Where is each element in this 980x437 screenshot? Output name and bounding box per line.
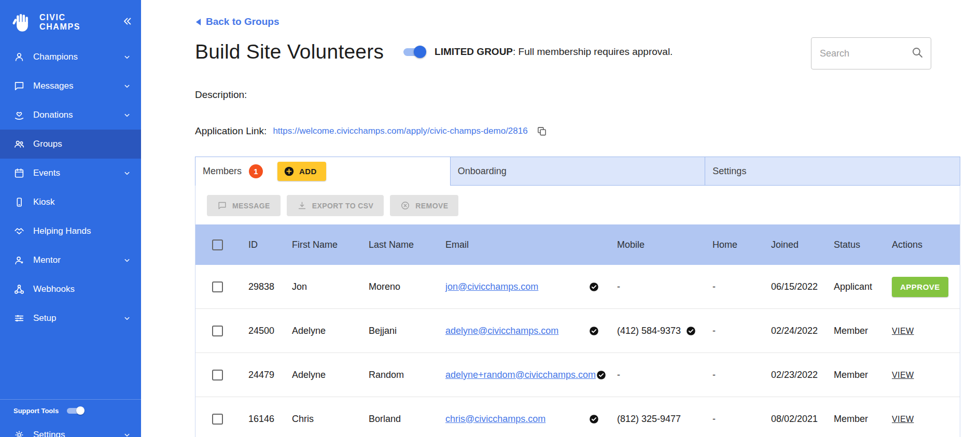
tab-onboarding-label: Onboarding (458, 166, 507, 177)
kiosk-icon (13, 196, 25, 208)
add-button-label: ADD (299, 167, 317, 176)
table-row: 16146 Chris Borland chris@civicchamps.co… (195, 397, 960, 437)
description-row: Description: (195, 89, 960, 102)
row-checkbox[interactable] (212, 281, 223, 292)
sidebar-item-label: Groups (33, 139, 132, 149)
limited-group-description: : Full membership requires approval. (513, 46, 673, 57)
search-box[interactable] (811, 37, 931, 69)
column-header-mobile: Mobile (608, 224, 703, 265)
back-to-groups-link[interactable]: Back to Groups (195, 16, 279, 28)
toggle-knob (76, 406, 85, 415)
tab-onboarding[interactable]: Onboarding (451, 157, 706, 186)
email-link[interactable]: chris@civicchamps.com (445, 414, 545, 425)
cell-joined: 02/23/2022 (762, 353, 824, 397)
search-icon[interactable] (911, 46, 923, 61)
sidebar-item-setup[interactable]: Setup (0, 304, 141, 333)
message-icon (217, 201, 227, 210)
email-link[interactable]: adelyne+random@civicchamps.com (445, 370, 596, 380)
back-link-label: Back to Groups (206, 16, 279, 27)
sidebar-item-label: Events (33, 168, 114, 178)
sidebar-item-settings[interactable]: Settings (0, 420, 141, 437)
chevron-down-icon (122, 110, 132, 120)
verified-badge-icon (589, 281, 599, 292)
sidebar-item-webhooks[interactable]: Webhooks (0, 275, 141, 304)
support-tools-row: Support Tools (0, 400, 141, 420)
cell-status: Member (824, 397, 883, 437)
sidebar-item-champions[interactable]: Champions (0, 43, 141, 72)
verified-badge-icon (685, 326, 696, 336)
tabs: Members 1 ADD Onboarding Settings (195, 157, 960, 186)
limited-group-label: LIMITED GROUP (435, 46, 513, 57)
sidebar-item-donations[interactable]: Donations (0, 101, 141, 130)
export-to-csv-button[interactable]: EXPORT TO CSV (287, 195, 384, 216)
email-link[interactable]: jon@civicchamps.com (445, 281, 538, 292)
description-label: Description: (195, 89, 247, 100)
tab-members[interactable]: Members 1 ADD (195, 157, 451, 186)
civic-champs-hand-logo-icon (10, 10, 34, 34)
cell-joined: 06/15/2022 (762, 265, 824, 309)
cell-joined: 08/02/2021 (762, 397, 824, 437)
sidebar-item-messages[interactable]: Messages (0, 72, 141, 101)
column-header-status: Status (824, 224, 883, 265)
add-member-button[interactable]: ADD (277, 162, 326, 181)
application-link-label: Application Link: (195, 125, 267, 137)
sidebar-item-label: Helping Hands (33, 226, 132, 236)
table-row: 29838 Jon Moreno jon@civicchamps.com - -… (195, 265, 960, 309)
sidebar-item-label: Mentor (33, 255, 114, 265)
view-link[interactable]: VIEW (892, 371, 914, 379)
cell-status: Applicant (824, 265, 883, 309)
sidebar-item-events[interactable]: Events (0, 159, 141, 188)
webhooks-icon (13, 284, 25, 295)
sidebar-item-label: Champions (33, 52, 114, 62)
support-tools-label: Support Tools (13, 407, 59, 415)
remove-button-label: REMOVE (415, 202, 448, 210)
row-checkbox[interactable] (212, 414, 223, 425)
groups-icon (13, 138, 25, 150)
row-checkbox[interactable] (212, 370, 223, 380)
sidebar-item-mentor[interactable]: Mentor (0, 246, 141, 275)
chevron-down-icon (122, 256, 132, 265)
cell-last-name: Borland (359, 397, 436, 437)
logo-text-line2: CHAMPS (39, 22, 80, 32)
search-input[interactable] (820, 48, 911, 59)
sidebar-item-helping-hands[interactable]: Helping Hands (0, 217, 141, 246)
table-row: 24479 Adelyne Random adelyne+random@civi… (195, 353, 960, 397)
sidebar-item-kiosk[interactable]: Kiosk (0, 188, 141, 217)
main-content: Back to Groups Build Site Volunteers LIM… (141, 0, 980, 437)
message-button[interactable]: MESSAGE (207, 195, 281, 216)
cell-id: 16146 (239, 397, 283, 437)
select-all-checkbox[interactable] (212, 239, 223, 250)
chevron-down-icon (122, 81, 132, 91)
cell-home: - (703, 309, 762, 353)
table-row: 24500 Adelyne Bejjani adelyne@civicchamp… (195, 309, 960, 353)
gear-icon (13, 429, 25, 437)
calendar-icon (13, 167, 25, 179)
tab-settings[interactable]: Settings (705, 157, 960, 186)
sidebar-item-label: Messages (33, 81, 114, 91)
view-link[interactable]: VIEW (892, 415, 914, 424)
chat-icon (13, 80, 25, 92)
sidebar-nav: Champions Messages Donations Groups Even… (0, 43, 141, 333)
copy-icon[interactable] (536, 125, 548, 137)
download-icon (297, 201, 307, 210)
support-tools-toggle[interactable] (66, 406, 85, 415)
sidebar-item-groups[interactable]: Groups (0, 130, 141, 159)
application-link[interactable]: https://welcome.civicchamps.com/apply/ci… (273, 126, 527, 136)
limited-group-toggle[interactable] (401, 45, 426, 59)
remove-button[interactable]: REMOVE (390, 195, 458, 216)
sidebar-item-label: Kiosk (33, 197, 132, 207)
cell-mobile: (812) 325-9477 (608, 397, 703, 437)
row-checkbox[interactable] (212, 326, 223, 336)
sidebar-item-label: Donations (33, 110, 114, 120)
members-toolbar: MESSAGE EXPORT TO CSV REMOVE (195, 186, 960, 224)
view-link[interactable]: VIEW (892, 327, 914, 335)
app-window: CIVIC CHAMPS Champions Messages Donation… (0, 0, 980, 437)
email-link[interactable]: adelyne@civicchamps.com (445, 326, 558, 336)
sidebar-bottom: Support Tools Settings (0, 399, 141, 437)
export-button-label: EXPORT TO CSV (312, 202, 374, 210)
collapse-sidebar-icon[interactable] (121, 16, 133, 29)
approve-button[interactable]: APPROVE (892, 277, 948, 297)
cell-first-name: Jon (283, 265, 359, 309)
table-header-row: ID First Name Last Name Email Mobile Hom… (195, 224, 960, 265)
column-header-actions: Actions (883, 224, 960, 265)
